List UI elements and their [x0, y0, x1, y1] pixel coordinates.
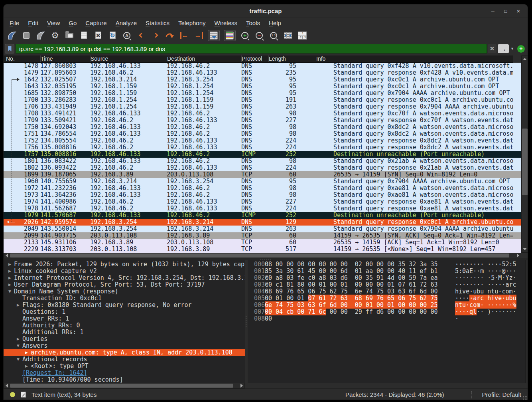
packet-row[interactable]: 1479127.895603192.168.46.2192.168.46.133…	[4, 69, 513, 76]
detail-line[interactable]: [Time: 10.934067000 seconds]	[4, 376, 245, 383]
menu-edit[interactable]: Edit	[24, 20, 43, 26]
menu-analyze[interactable]: Analyze	[111, 20, 141, 26]
packet-row[interactable]: 2099144.903715203.0.113.108192.168.3.89T…	[4, 232, 513, 239]
scroll-down-icon[interactable]	[522, 246, 528, 252]
go-to-packet-icon[interactable]	[165, 30, 175, 41]
detail-line[interactable]: ▶<Root>: type OPT	[4, 363, 245, 370]
collapse-icon[interactable]: ▼	[17, 343, 20, 349]
menu-tools[interactable]: Tools	[242, 20, 264, 26]
colorize-icon[interactable]	[224, 30, 236, 41]
packet-row[interactable]: 2026142.959574192.168.3.254192.168.3.214…	[4, 219, 513, 226]
hex-pane-scrollbar[interactable]	[525, 260, 528, 383]
packet-row[interactable]: 1978141.562687192.168.46.2192.168.46.133…	[4, 205, 513, 212]
hex-bytes[interactable]: c0 c1 81 80 00 01 00 01 00 00 00 01 07 6…	[265, 281, 437, 288]
column-header-time[interactable]: Time	[40, 55, 90, 62]
detail-line[interactable]: ▶Flags: 0x8180 Standard query response, …	[4, 302, 245, 309]
packet-row[interactable]: 2133145.931106192.168.3.89203.0.113.108T…	[4, 239, 513, 246]
go-last-icon[interactable]: →	[193, 30, 204, 41]
hex-bytes[interactable]: c0 a8 03 fe c0 a8 03 d6 00 35 91 4d 00 5…	[265, 275, 437, 281]
hex-row[interactable]: 0020c0 a8 03 fe c0 a8 03 d6 00 35 91 4d …	[248, 275, 525, 281]
hex-row[interactable]: 00606e 74 75 03 63 6f 6d 00 00 01 00 01 …	[248, 302, 525, 309]
packet-row[interactable]: 1756135.008816192.168.46.2192.168.46.133…	[4, 144, 513, 151]
scroll-left-icon[interactable]	[4, 253, 10, 258]
packet-row[interactable]: 1979141.570687192.168.46.133192.168.46.2…	[4, 212, 513, 219]
packet-row[interactable]: 1972141.232236192.168.46.133192.168.46.2…	[4, 185, 513, 192]
hex-ascii[interactable]: ntu·com· ·······%	[455, 302, 516, 309]
menu-view[interactable]: View	[43, 20, 64, 26]
expand-icon[interactable]: ▶	[17, 302, 20, 309]
packet-row[interactable]: 1643132.035195192.168.1.159192.168.1.254…	[4, 83, 513, 90]
menu-go[interactable]: Go	[64, 20, 81, 26]
stop-capture-icon[interactable]	[21, 30, 32, 41]
column-header-no[interactable]: No.	[4, 55, 40, 62]
capture-comment-icon[interactable]	[21, 392, 26, 398]
detail-line[interactable]: Transaction ID: 0xc0c1	[4, 295, 245, 302]
go-previous-icon[interactable]	[136, 30, 146, 41]
detail-line[interactable]: ▶Frame 2026: Packet, 129 bytes on wire (…	[4, 261, 245, 268]
layout-icon[interactable]: 123	[297, 30, 307, 41]
detail-line[interactable]: ▶archive.ubuntu.com: type A, class IN, a…	[4, 349, 245, 356]
scroll-right-icon[interactable]	[239, 383, 244, 388]
detail-line[interactable]: Answer RRs: 1	[4, 315, 245, 322]
filter-add-button[interactable]: +	[517, 45, 525, 53]
hex-row[interactable]: 008000·	[248, 315, 525, 322]
hex-row[interactable]: 005000 01 00 01 07 61 72 63 68 69 76 65 …	[248, 295, 525, 302]
hex-bytes[interactable]: 6e 74 75 03 63 6f 6d 00 00 01 00 01 00 0…	[265, 302, 437, 309]
packet-row[interactable]: 1802136.093422192.168.46.2192.168.46.133…	[4, 164, 513, 171]
menu-file[interactable]: File	[5, 20, 24, 26]
detail-line[interactable]: ▶Linux cooked capture v2	[4, 268, 245, 275]
detail-line[interactable]: ▶Queries	[4, 336, 245, 343]
packet-row[interactable]: 1700133.286283192.168.1.254192.168.1.159…	[4, 97, 513, 103]
packet-row[interactable]: 1960140.755659192.168.3.214192.168.3.254…	[4, 178, 513, 185]
capture-options-icon[interactable]: ⚙	[50, 30, 60, 41]
hex-ascii[interactable]: ·····arc hive·ubu	[455, 295, 516, 302]
packet-row[interactable]: 1757135.008816192.168.46.133192.168.46.2…	[4, 151, 513, 158]
expand-icon[interactable]: ▶	[8, 275, 11, 281]
save-file-icon[interactable]	[79, 30, 89, 41]
detail-line[interactable]: Questions: 1	[4, 309, 245, 315]
vertical-splitter[interactable]	[245, 260, 248, 383]
detail-line[interactable]: ▼Additional records	[4, 356, 245, 363]
packet-row[interactable]: 1752134.805554192.168.46.2192.168.46.133…	[4, 137, 513, 144]
detail-line[interactable]: ▼Domain Name System (response)	[4, 288, 245, 295]
packet-row[interactable]: 1706133.431949192.168.1.254192.168.1.159…	[4, 103, 513, 110]
hex-bytes[interactable]: 68 69 76 65 06 75 62 75 6e 74 75 03 63 6…	[265, 288, 437, 295]
filter-clear-button[interactable]: ✕	[488, 44, 497, 53]
hex-ascii[interactable]: 5:0aE··m ····@···	[455, 268, 516, 275]
go-next-icon[interactable]	[150, 30, 161, 41]
expand-icon[interactable]: ▶	[8, 268, 11, 275]
hex-row[interactable]: 004068 69 76 65 06 75 62 75 6e 74 75 03 …	[248, 288, 525, 295]
packet-row[interactable]: 1801136.083422192.168.46.133192.168.46.2…	[4, 158, 513, 164]
detail-line[interactable]: Additional RRs: 1	[4, 329, 245, 336]
packet-list-minimap[interactable]	[513, 63, 521, 253]
hex-row[interactable]: 0030c0 c1 81 80 00 01 00 01 00 00 00 01 …	[248, 281, 525, 288]
profile-text[interactable]: Profile: Default	[472, 391, 528, 398]
expand-icon[interactable]: ▶	[17, 336, 20, 343]
resize-grip[interactable]	[523, 396, 527, 400]
filter-dropdown-caret[interactable]: ▼	[510, 47, 514, 51]
hex-ascii[interactable]: ········ ····52:5	[455, 261, 516, 268]
expert-info-icon[interactable]	[10, 392, 15, 397]
zoom-100-icon[interactable]: 1:1	[268, 30, 279, 41]
scroll-left-icon[interactable]	[4, 383, 10, 388]
vertical-scroll-handle[interactable]	[522, 129, 528, 195]
column-header-length[interactable]: Length	[268, 55, 314, 62]
start-capture-icon[interactable]	[7, 30, 17, 41]
close-file-icon[interactable]: ✕	[93, 30, 103, 41]
detail-line[interactable]: ▶User Datagram Protocol, Src Port: 53, D…	[4, 281, 245, 288]
horizontal-scroll-handle[interactable]	[10, 384, 233, 388]
hex-ascii[interactable]: ····ql·· )·······	[455, 309, 516, 315]
packet-row[interactable]: 1642132.025507192.168.3.214192.168.3.254…	[4, 76, 513, 83]
hex-row[interactable]: 000008 00 00 00 00 00 00 00 02 00 00 00 …	[248, 261, 525, 268]
packet-row[interactable]: 1685132.898750192.168.1.159192.168.1.254…	[4, 90, 513, 97]
auto-scroll-icon[interactable]	[208, 30, 220, 41]
filter-bookmark-button[interactable]	[5, 44, 14, 53]
hex-ascii[interactable]: ········ ·5·M·Yz·	[455, 275, 516, 281]
reload-file-icon[interactable]: ↻	[107, 30, 118, 41]
maximize-button[interactable]: □	[501, 7, 510, 15]
packet-row[interactable]: 1974141.400986192.168.46.2192.168.46.133…	[4, 198, 513, 205]
expand-icon[interactable]: ▶	[25, 363, 28, 370]
scroll-up-icon[interactable]	[522, 56, 528, 62]
hex-bytes[interactable]: 08 00 00 00 00 00 00 00 02 00 00 00 35 3…	[265, 261, 437, 268]
column-header-destination[interactable]: Destination	[167, 55, 241, 62]
